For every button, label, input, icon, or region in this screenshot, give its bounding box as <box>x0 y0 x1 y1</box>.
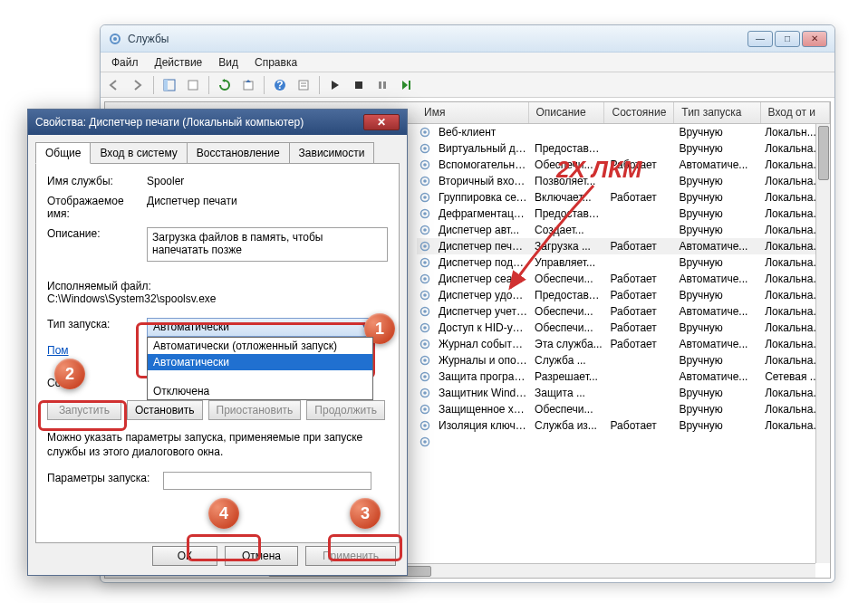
service-row[interactable]: Диспетчер печатиЗагрузка ...РаботаетАвто… <box>417 238 830 254</box>
service-row[interactable]: Диспетчер авт...Создает...ВручнуюЛокальн… <box>417 222 830 238</box>
pause-icon[interactable] <box>372 75 392 95</box>
dropdown-manual[interactable] <box>148 370 372 383</box>
value-description[interactable]: Загрузка файлов в память, чтобы напечата… <box>147 227 388 262</box>
service-row[interactable]: Защищенное хра...Обеспечи...ВручнуюЛокал… <box>417 401 830 417</box>
start-params-note: Можно указать параметры запуска, применя… <box>47 431 388 459</box>
svg-point-22 <box>423 179 427 183</box>
properties-icon[interactable] <box>183 75 203 95</box>
help-link[interactable]: Пом <box>47 344 69 357</box>
svg-point-24 <box>423 196 427 199</box>
service-row[interactable]: Диспетчер подкл...Управляет...ВручнуюЛок… <box>417 254 830 271</box>
start-button[interactable]: Запустить <box>47 400 121 420</box>
service-row[interactable]: Изоляция ключе...Служба из...РаботаетВру… <box>417 417 830 434</box>
dialog-titlebar[interactable]: Свойства: Диспетчер печати (Локальный ко… <box>28 110 407 135</box>
label-display-name: Отображаемое имя: <box>47 195 147 220</box>
label-exe-path: Исполняемый файл: <box>47 280 388 292</box>
menu-view[interactable]: Вид <box>211 54 246 71</box>
tab-panel-general: Имя службы: Spooler Отображаемое имя: Ди… <box>35 163 400 543</box>
play-icon[interactable] <box>325 75 345 95</box>
svg-point-20 <box>423 163 427 167</box>
svg-point-18 <box>423 147 427 150</box>
minimize-button[interactable]: — <box>747 31 773 47</box>
ok-button[interactable]: ОК <box>152 546 217 566</box>
restart-icon[interactable] <box>396 75 416 95</box>
tab-logon[interactable]: Вход в систему <box>90 142 187 163</box>
forward-button[interactable] <box>128 75 148 95</box>
stop-icon[interactable] <box>349 75 369 95</box>
titlebar[interactable]: Службы — □ ✕ <box>101 25 834 53</box>
close-button[interactable]: ✕ <box>802 31 827 47</box>
service-row[interactable]: Диспетчер удост...Предоставл...РаботаетВ… <box>417 287 830 303</box>
service-row[interactable]: Группировка сет...Включает...РаботаетВру… <box>417 189 830 206</box>
col-state[interactable]: Состояние <box>604 102 674 123</box>
menubar: Файл Действие Вид Справка <box>101 53 834 72</box>
service-row[interactable]: Диспетчер сеанс...Обеспечи...РаботаетАвт… <box>417 271 830 287</box>
toolbar: ? <box>101 72 834 98</box>
dropdown-disabled[interactable]: Отключена <box>148 383 372 399</box>
export-icon[interactable] <box>238 75 258 95</box>
svg-point-52 <box>423 424 427 427</box>
gear-icon <box>419 338 431 350</box>
menu-action[interactable]: Действие <box>148 54 210 71</box>
col-logon[interactable]: Вход от и <box>761 102 830 123</box>
service-row[interactable] <box>417 434 830 450</box>
svg-rect-8 <box>299 81 308 90</box>
resume-button[interactable]: Продолжить <box>306 400 385 420</box>
svg-point-54 <box>423 440 427 444</box>
service-row[interactable]: Защитник Windo...Защита ...ВручнуюЛокаль… <box>417 385 830 401</box>
refresh-icon[interactable] <box>215 75 235 95</box>
service-row[interactable]: Диспетчер учетн...Обеспечи...РаботаетАвт… <box>417 303 830 320</box>
tab-recovery[interactable]: Восстановление <box>187 142 290 163</box>
maximize-button[interactable]: □ <box>775 31 800 47</box>
tab-strip: Общие Вход в систему Восстановление Зави… <box>35 142 400 163</box>
svg-point-36 <box>423 293 427 297</box>
tab-general[interactable]: Общие <box>35 142 91 164</box>
menu-file[interactable]: Файл <box>104 54 146 71</box>
label-description: Описание: <box>47 227 147 240</box>
col-name[interactable]: Имя <box>417 102 529 123</box>
label-start-params: Параметры запуска: <box>47 472 163 484</box>
svg-point-40 <box>423 326 427 330</box>
svg-rect-4 <box>188 81 198 90</box>
stop-button[interactable]: Остановить <box>127 400 203 420</box>
vertical-scrollbar[interactable] <box>815 124 830 563</box>
service-row[interactable]: Защита програм...Разрешает...Автоматиче.… <box>417 368 830 385</box>
back-button[interactable] <box>104 75 124 95</box>
service-row[interactable]: Журнал событий...Эта служба...РаботаетАв… <box>417 336 830 352</box>
label-state: Сост <box>47 377 72 389</box>
apply-button[interactable]: Применить <box>305 546 396 566</box>
svg-point-42 <box>423 342 427 346</box>
gear-icon <box>419 273 431 285</box>
startup-type-select[interactable]: Автоматически Автоматически (отложенный … <box>147 318 373 337</box>
pause-button[interactable]: Приостановить <box>208 400 302 420</box>
col-desc[interactable]: Описание <box>529 102 605 123</box>
menu-help[interactable]: Справка <box>247 54 304 71</box>
value-service-name: Spooler <box>147 175 388 187</box>
help-icon[interactable]: ? <box>270 75 290 95</box>
col-startup[interactable]: Тип запуска <box>674 102 760 123</box>
svg-point-26 <box>423 212 427 215</box>
service-row[interactable]: Журналы и опов...Служба ...ВручнуюЛокаль… <box>417 352 830 368</box>
gear-icon <box>419 142 431 155</box>
dialog-close-button[interactable]: ✕ <box>363 114 400 130</box>
dropdown-auto[interactable]: Автоматически <box>148 354 372 370</box>
properties-dialog: Свойства: Диспетчер печати (Локальный ко… <box>27 109 408 576</box>
cancel-button[interactable]: Отмена <box>225 546 298 566</box>
startup-type-dropdown[interactable]: Автоматически (отложенный запуск) Автома… <box>147 337 373 400</box>
service-row[interactable]: Дефрагментация...Предоставл...ВручнуюЛок… <box>417 206 830 222</box>
svg-point-32 <box>423 261 427 264</box>
service-row[interactable]: Виртуальный дискПредоставл...ВручнуюЛока… <box>417 140 830 157</box>
startup-type-value[interactable]: Автоматически <box>147 318 373 337</box>
detail-icon[interactable] <box>159 75 179 95</box>
dropdown-delayed[interactable]: Автоматически (отложенный запуск) <box>148 338 372 354</box>
gear-icon <box>419 158 431 171</box>
annotation-double-click: 2X ЛКМ <box>556 156 642 184</box>
service-row[interactable]: Веб-клиентВручнуюЛокальн... <box>417 124 830 140</box>
svg-point-46 <box>423 375 427 378</box>
gear-icon <box>419 370 431 383</box>
tab-dependencies[interactable]: Зависимости <box>289 142 375 163</box>
start-params-input[interactable] <box>163 472 371 490</box>
service-row[interactable]: Доступ к HID-уст...Обеспечи...РаботаетВр… <box>417 320 830 336</box>
list-icon[interactable] <box>294 75 313 95</box>
gear-icon <box>419 207 431 220</box>
